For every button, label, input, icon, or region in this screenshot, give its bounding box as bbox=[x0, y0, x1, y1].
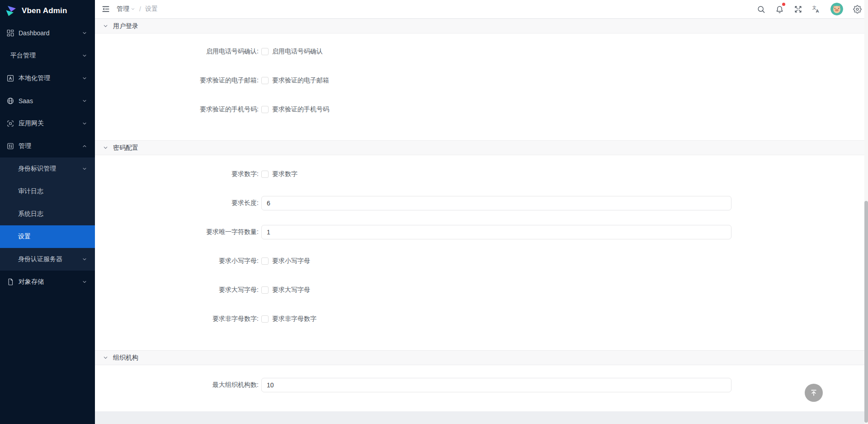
form-row: 最大组织机构数: bbox=[95, 371, 868, 400]
settings-icon[interactable] bbox=[853, 5, 862, 14]
vben-logo-icon bbox=[5, 5, 17, 17]
checkbox-label[interactable]: 要求验证的手机号码 bbox=[272, 105, 329, 114]
sidebar-item-label: Dashboard bbox=[19, 29, 82, 37]
sidebar-item-platform-management[interactable]: 平台管理 bbox=[0, 44, 95, 67]
sidebar-item-object-storage[interactable]: 对象存储 bbox=[0, 271, 95, 293]
field-label: 要求唯一字符数量: bbox=[95, 228, 259, 236]
content-scroll-area: 用户登录 启用电话号码确认: 启用电话号码确认 要求验证的电子邮箱: bbox=[95, 19, 868, 424]
sidebar-item-label: 本地化管理 bbox=[19, 74, 82, 82]
sidebar-item-audit-log[interactable]: 审计日志 bbox=[0, 180, 95, 203]
chevron-down-icon bbox=[103, 145, 108, 151]
breadcrumb-current: 设置 bbox=[145, 5, 158, 13]
sidebar-item-management[interactable]: 管理 bbox=[0, 135, 95, 157]
sidebar-item-localization[interactable]: 本地化管理 bbox=[0, 67, 95, 90]
chevron-down-icon bbox=[82, 30, 87, 36]
require-uppercase-checkbox[interactable] bbox=[261, 286, 269, 294]
form-row: 要求验证的手机号码: 要求验证的手机号码 bbox=[95, 95, 868, 124]
checkbox-label[interactable]: 要求验证的电子邮箱 bbox=[272, 76, 329, 85]
field-label: 要求验证的电子邮箱: bbox=[95, 76, 259, 85]
sidebar-item-identity-management[interactable]: 身份标识管理 bbox=[0, 157, 95, 180]
menu-fold-icon[interactable] bbox=[101, 5, 110, 14]
sidebar: Vben Admin Dashboard 平台管理 本地化管 bbox=[0, 0, 95, 424]
field-label: 要求大写字母: bbox=[95, 286, 259, 294]
header-actions: 文 A bbox=[756, 3, 862, 15]
phone-confirm-checkbox[interactable] bbox=[261, 48, 269, 55]
sidebar-item-label: 审计日志 bbox=[18, 187, 87, 195]
form-row: 启用电话号码确认: 启用电话号码确认 bbox=[95, 37, 868, 66]
form-row: 要求非字母数字: 要求非字母数字 bbox=[95, 305, 868, 333]
field-label: 要求数字: bbox=[95, 170, 259, 178]
section-body: 要求数字: 要求数字 要求长度: 要求唯一字符数量: bbox=[95, 155, 868, 350]
field-label: 启用电话号码确认: bbox=[95, 48, 259, 56]
breadcrumb-separator: / bbox=[139, 5, 141, 13]
chevron-down-icon bbox=[82, 257, 87, 262]
breadcrumb-parent[interactable]: 管理 bbox=[117, 5, 135, 13]
scrollbar-thumb[interactable] bbox=[864, 201, 868, 423]
sidebar-item-label: 身份认证服务器 bbox=[18, 255, 82, 263]
section-title: 用户登录 bbox=[113, 22, 138, 30]
checkbox-label[interactable]: 要求小写字母 bbox=[272, 257, 310, 265]
logo-text: Vben Admin bbox=[22, 6, 67, 15]
logo[interactable]: Vben Admin bbox=[0, 0, 95, 22]
section-title: 密码配置 bbox=[113, 144, 138, 152]
require-digit-checkbox[interactable] bbox=[261, 171, 269, 178]
avatar[interactable] bbox=[830, 3, 843, 15]
verified-email-checkbox[interactable] bbox=[261, 77, 269, 84]
unique-chars-input[interactable] bbox=[261, 225, 731, 239]
checkbox-label[interactable]: 启用电话号码确认 bbox=[272, 48, 323, 56]
section-title: 组织机构 bbox=[113, 354, 138, 362]
header: 管理 / 设置 bbox=[95, 0, 868, 19]
field-label: 要求非字母数字: bbox=[95, 315, 259, 323]
translate-icon[interactable]: 文 A bbox=[812, 5, 821, 14]
sidebar-item-label: 对象存储 bbox=[19, 278, 82, 286]
sidebar-item-label: 系统日志 bbox=[18, 210, 87, 218]
management-icon bbox=[6, 142, 14, 150]
section-header-organization[interactable]: 组织机构 bbox=[95, 350, 868, 365]
form-row: 要求长度: bbox=[95, 189, 868, 218]
require-non-alphanumeric-checkbox[interactable] bbox=[261, 315, 269, 323]
form-row: 要求验证的电子邮箱: 要求验证的电子邮箱 bbox=[95, 66, 868, 95]
field-label: 要求验证的手机号码: bbox=[95, 105, 259, 114]
sidebar-item-label: 管理 bbox=[19, 142, 82, 150]
back-to-top-button[interactable] bbox=[805, 384, 823, 402]
chevron-up-icon bbox=[82, 143, 87, 149]
form-row: 要求大写字母: 要求大写字母 bbox=[95, 276, 868, 305]
field-label: 要求小写字母: bbox=[95, 257, 259, 265]
sidebar-item-auth-server[interactable]: 身份认证服务器 bbox=[0, 248, 95, 271]
sidebar-item-system-log[interactable]: 系统日志 bbox=[0, 203, 95, 225]
sidebar-item-label: 设置 bbox=[18, 233, 87, 241]
section-header-user-login[interactable]: 用户登录 bbox=[95, 19, 868, 33]
chevron-down-icon bbox=[131, 7, 135, 11]
chevron-down-icon bbox=[82, 121, 87, 126]
require-lowercase-checkbox[interactable] bbox=[261, 257, 269, 265]
sidebar-item-saas[interactable]: Saas bbox=[0, 90, 95, 112]
main-area: 管理 / 设置 bbox=[95, 0, 868, 424]
max-org-count-input[interactable] bbox=[261, 378, 731, 392]
fullscreen-icon[interactable] bbox=[793, 5, 802, 14]
checkbox-label[interactable]: 要求数字 bbox=[272, 170, 297, 178]
form-row: 要求数字: 要求数字 bbox=[95, 160, 868, 189]
management-submenu: 身份标识管理 审计日志 系统日志 设置 身份认证服务器 bbox=[0, 157, 95, 271]
search-icon[interactable] bbox=[756, 5, 765, 14]
checkbox-label[interactable]: 要求非字母数字 bbox=[272, 315, 316, 323]
sidebar-item-dashboard[interactable]: Dashboard bbox=[0, 22, 95, 44]
chevron-down-icon bbox=[103, 23, 108, 29]
svg-text:文: 文 bbox=[812, 5, 816, 10]
breadcrumb: 管理 / 设置 bbox=[117, 5, 158, 13]
section-header-password-config[interactable]: 密码配置 bbox=[95, 140, 868, 155]
chevron-down-icon bbox=[82, 76, 87, 81]
breadcrumb-parent-label: 管理 bbox=[117, 5, 129, 13]
sidebar-item-label: Saas bbox=[19, 97, 82, 105]
chevron-down-icon bbox=[82, 166, 87, 172]
form-row: 要求小写字母: 要求小写字母 bbox=[95, 247, 868, 276]
chevron-down-icon bbox=[82, 279, 87, 285]
sidebar-item-app-gateway[interactable]: 应用网关 bbox=[0, 112, 95, 135]
verified-phone-checkbox[interactable] bbox=[261, 106, 269, 113]
bell-icon[interactable] bbox=[775, 5, 784, 14]
password-length-input[interactable] bbox=[261, 196, 731, 210]
sidebar-item-settings[interactable]: 设置 bbox=[0, 225, 95, 248]
localization-icon bbox=[6, 74, 14, 82]
field-label: 要求长度: bbox=[95, 199, 259, 207]
checkbox-label[interactable]: 要求大写字母 bbox=[272, 286, 310, 294]
notification-badge bbox=[782, 3, 785, 6]
